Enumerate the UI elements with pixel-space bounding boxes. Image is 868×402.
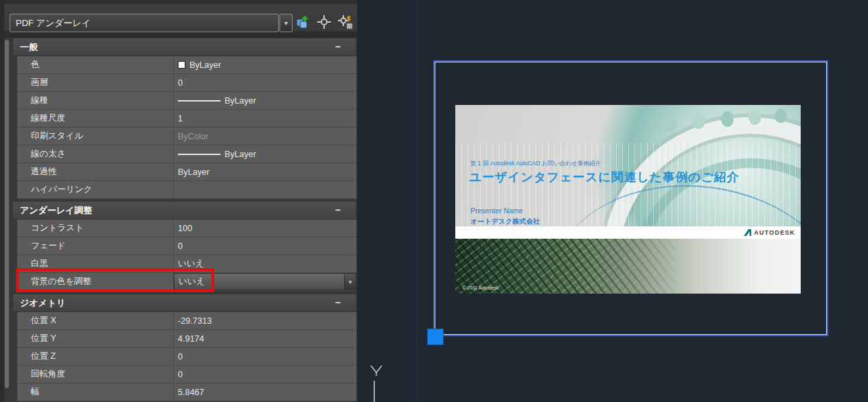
palette-grab-bar[interactable] (5, 40, 9, 388)
section-header-general[interactable]: 一般 − (12, 38, 356, 56)
lineweight-swatch (178, 154, 220, 155)
property-value[interactable]: 0 (174, 237, 356, 255)
property-row-position-z: 位置 Z 0 (17, 348, 356, 366)
object-type-value: PDF アンダーレイ (16, 17, 91, 29)
section-title: 一般 (20, 41, 38, 54)
property-label: 線種尺度 (17, 110, 174, 127)
property-value-text: 5.8467 (178, 388, 204, 397)
property-label: 白黒 (17, 255, 174, 272)
quick-select-button[interactable] (336, 13, 354, 31)
property-value[interactable]: 0 (174, 348, 356, 365)
property-value-text: 4.9174 (178, 334, 204, 344)
property-value[interactable]: 100 (174, 220, 356, 237)
property-value-text: 0 (178, 370, 183, 379)
chevron-down-icon: ▾ (284, 19, 288, 27)
property-value[interactable]: 4.9174 (174, 330, 356, 347)
property-label: フェード (17, 237, 174, 255)
property-label: 幅 (17, 383, 174, 401)
property-row-position-x: 位置 X -29.7313 (17, 312, 356, 330)
property-label: ハイパーリンク (17, 181, 174, 198)
property-value-text: 0 (178, 78, 183, 88)
property-label: 画層 (17, 74, 174, 91)
property-label: 線の太さ (17, 145, 174, 163)
property-value[interactable]: 5.8467 (174, 383, 356, 401)
property-label: 位置 X (17, 312, 174, 329)
property-value: ByColor (174, 128, 356, 145)
property-label: 位置 Z (17, 348, 174, 365)
pdf-underlay-image: 第 1 回 Autodesk AutoCAD お問い合わせ事例紹介 ユーザインタ… (455, 105, 801, 294)
property-label: 透過性 (17, 163, 174, 180)
property-label: 色 (17, 56, 174, 73)
object-type-dropdown-arrow[interactable]: ▾ (279, 14, 293, 32)
property-value[interactable]: ByLayer (174, 145, 356, 163)
property-row-layer: 画層 0 (17, 74, 356, 92)
property-value[interactable]: いいえ (174, 255, 356, 272)
color-swatch (178, 61, 185, 69)
property-row-transparency: 透過性 ByLayer (17, 163, 356, 181)
slide-kicker: 第 1 回 Autodesk AutoCAD お問い合わせ事例紹介 (470, 160, 601, 168)
section-header-geometry[interactable]: ジオメトリ − (12, 294, 356, 312)
autodesk-logo-icon (744, 226, 751, 239)
canvas-divider-line (416, 0, 417, 402)
property-label: 回転角度 (17, 366, 174, 383)
select-objects-button[interactable] (315, 13, 333, 31)
toggle-pickadd-button[interactable] (293, 13, 311, 31)
property-label: 背景の色を調整 (17, 273, 174, 290)
property-row-lineweight: 線の太さ ByLayer (17, 145, 356, 163)
property-value-text: いいえ (178, 258, 204, 270)
drawing-canvas[interactable]: 第 1 回 Autodesk AutoCAD お問い合わせ事例紹介 ユーザインタ… (357, 0, 868, 402)
pickadd-icon (295, 14, 310, 29)
property-value[interactable]: ByLayer (174, 163, 356, 180)
section-header-underlay-adjust[interactable]: アンダーレイ調整 − (12, 201, 356, 220)
property-value-text: 0 (178, 352, 183, 362)
property-value-text: ByLayer (178, 167, 209, 177)
collapse-icon[interactable]: − (335, 204, 341, 215)
property-label: 位置 Y (17, 330, 174, 347)
property-value-text: 100 (178, 224, 192, 233)
quick-select-icon (337, 14, 354, 30)
property-row-monochrome: 白黒 いいえ (17, 255, 356, 273)
property-row-rotation: 回転角度 0 (17, 366, 356, 383)
properties-palette: PDF アンダーレイ ▾ (0, 0, 357, 402)
property-row-plot-style: 印刷スタイル ByColor (17, 128, 356, 145)
property-label: コントラスト (17, 220, 174, 237)
property-row-hyperlink: ハイパーリンク (17, 181, 356, 199)
property-value[interactable]: ByLayer (174, 56, 356, 73)
autodesk-logo-text: AUTODESK (754, 229, 795, 236)
property-value-text: ByLayer (190, 60, 221, 70)
slide-bottom-art: © 2011 Autodesk (455, 239, 801, 294)
select-objects-icon (317, 14, 332, 29)
property-value-text: ByLayer (225, 96, 256, 106)
property-value[interactable] (174, 181, 356, 198)
property-value[interactable]: 0 (174, 366, 356, 383)
slide-copyright: © 2011 Autodesk (462, 285, 499, 290)
property-row-adjust-background-colors: 背景の色を調整 いいえ ▾ (17, 273, 356, 291)
property-row-linetype-scale: 線種尺度 1 (17, 110, 356, 128)
autocad-window: PDF アンダーレイ ▾ (0, 0, 868, 402)
section-title: ジオメトリ (20, 297, 66, 309)
ucs-icon: Y (368, 365, 389, 402)
palette-edge (0, 0, 4, 402)
property-row-fade: フェード 0 (17, 237, 356, 255)
property-value[interactable]: 1 (174, 110, 356, 127)
property-label: 線種 (17, 92, 174, 109)
adjust-background-colors-select[interactable]: いいえ ▾ (174, 273, 356, 290)
property-sections: 一般 − 色 ByLayer 画層 0 線種 ByLaye (12, 38, 356, 401)
property-value-text: いいえ (179, 276, 205, 287)
property-value[interactable]: -29.7313 (174, 312, 356, 329)
collapse-icon[interactable]: − (335, 41, 341, 52)
property-value-text: ByColor (178, 132, 208, 141)
slide-logo-strip: AUTODESK (455, 226, 801, 239)
teal-bumps-art (652, 106, 797, 138)
dropdown-arrow-button[interactable]: ▾ (344, 274, 356, 289)
slide-company: オートデスク株式会社 (470, 217, 540, 226)
slide-presenter: Presenter Name (470, 206, 523, 215)
property-value-text: 0 (178, 241, 183, 251)
collapse-icon[interactable]: − (335, 297, 341, 308)
property-value[interactable]: 0 (174, 74, 356, 91)
section-title: アンダーレイ調整 (20, 204, 93, 217)
selection-grip[interactable] (427, 329, 444, 345)
object-type-select[interactable]: PDF アンダーレイ (10, 14, 279, 32)
property-row-color: 色 ByLayer (17, 56, 356, 74)
property-value[interactable]: ByLayer (174, 92, 356, 109)
